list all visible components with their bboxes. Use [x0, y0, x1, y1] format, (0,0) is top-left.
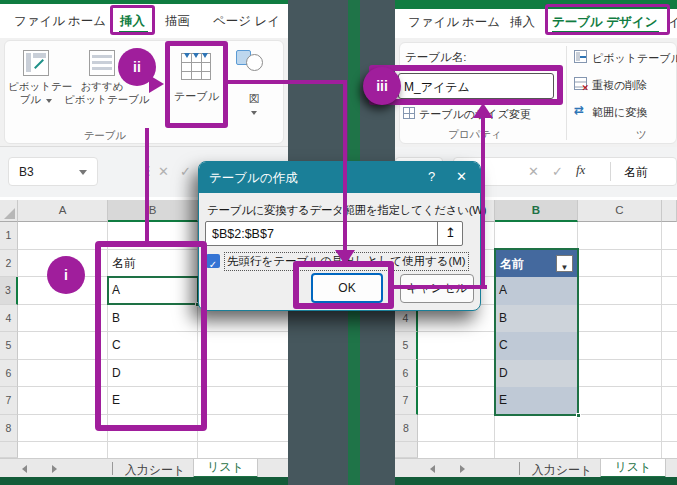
resize-table-label: テーブルのサイズ変更 [419, 107, 531, 122]
confirm-entry-icon[interactable]: ✓ [180, 164, 191, 179]
row-header-6[interactable]: 6 [0, 360, 18, 388]
formula-bar-separator [610, 162, 611, 181]
pivot-label-line1: ピボットテー [8, 80, 72, 92]
dialog-close-icon[interactable]: ✕ [456, 169, 467, 184]
dialog-help-icon[interactable]: ? [428, 169, 435, 184]
tab-file[interactable]: ファイル [408, 14, 459, 31]
column-header-b[interactable]: B [108, 200, 198, 222]
circle-shape-icon [246, 54, 263, 71]
table-name-label: テーブル名: [405, 50, 467, 65]
sheet-tab-list[interactable]: リスト [193, 459, 258, 478]
row-header-7[interactable]: 7 [0, 387, 18, 415]
pivot-table-icon [23, 50, 49, 76]
cell-b4[interactable]: B [108, 305, 198, 333]
recommended-label-line1: おすすめ [81, 80, 124, 92]
shapes-button[interactable]: 図 [232, 44, 276, 122]
range-picker-button[interactable]: ↥ [437, 222, 463, 245]
dialog-titlebar[interactable]: テーブルの作成 ? ✕ [199, 162, 480, 193]
left-sheet-tab-bar: 入力シート リスト [0, 458, 288, 477]
row-header-5[interactable]: 5 [395, 332, 418, 360]
column-header-d-partial[interactable] [662, 200, 677, 222]
fill-handle[interactable] [576, 413, 581, 418]
convert-to-range-icon: ⇄ [574, 103, 584, 117]
tab-file[interactable]: ファイル [14, 13, 65, 30]
resize-table-icon [403, 107, 415, 119]
chevron-down-icon [46, 99, 52, 103]
cell-b5[interactable]: C [108, 332, 198, 360]
formula-options-icon[interactable]: ⋮ [142, 163, 155, 178]
table-name-input[interactable]: M_アイテム [398, 73, 554, 99]
row-header-8[interactable]: 8 [0, 415, 18, 443]
sheet-nav-left-icon[interactable] [22, 465, 27, 473]
table-selection-border [494, 248, 579, 416]
tab-insert[interactable]: 挿入 [510, 14, 535, 31]
table-name-value: M_アイテム [404, 79, 470, 96]
cell-b6[interactable]: D [108, 360, 198, 388]
name-box[interactable]: B3 [8, 157, 98, 186]
row-header-2[interactable]: 2 [0, 250, 18, 278]
row-header-7[interactable]: 7 [395, 387, 418, 415]
sheet-tab-separator [519, 462, 520, 475]
dialog-instruction: テーブルに変換するデータ範囲を指定してください(W) [207, 203, 486, 218]
tools-group-label-partial: ツ [636, 128, 647, 142]
tab-insert[interactable]: 挿入 [120, 13, 145, 30]
row-header-6[interactable]: 6 [395, 360, 418, 388]
sheet-tab-list[interactable]: リスト [600, 459, 666, 478]
fx-icon[interactable]: fx [576, 162, 585, 178]
table-button-label: テーブル [166, 90, 227, 103]
table-icon [181, 53, 211, 80]
cancel-entry-icon[interactable]: ✕ [158, 164, 169, 179]
tab-table-design[interactable]: テーブル デザイン [552, 14, 658, 31]
properties-group-label: プロパティ [425, 128, 525, 142]
select-all-triangle-icon [4, 208, 15, 219]
remove-duplicates-button[interactable]: ✕ 重複の削除 [574, 75, 677, 95]
pivot-table-button[interactable]: ピボットテー ブル [8, 44, 64, 122]
insert-table-button[interactable]: テーブル [166, 43, 227, 127]
gridline [661, 222, 662, 458]
chevron-down-icon [251, 111, 257, 115]
active-cell-border [107, 276, 199, 305]
sheet-nav-right-icon[interactable] [52, 465, 57, 473]
row-header-3[interactable]: 3 [0, 277, 18, 305]
column-header-c[interactable]: C [578, 200, 662, 222]
sheet-tab-separator [112, 462, 113, 475]
row-header-4[interactable]: 4 [0, 305, 18, 333]
row-header-1[interactable]: 1 [0, 222, 18, 250]
pivot-tool-button[interactable]: ピボットテーブル [574, 48, 677, 68]
tab-home[interactable]: ホーム [462, 14, 500, 31]
cell-b7[interactable]: E [108, 387, 198, 415]
select-all-corner[interactable] [0, 200, 18, 222]
formula-bar-value: 名前 [624, 164, 648, 181]
row-header-partial[interactable] [0, 442, 18, 458]
row-header-partial[interactable] [395, 442, 418, 458]
pivot-label-line2: ブル [20, 93, 42, 105]
confirm-entry-icon[interactable]: ✓ [552, 164, 563, 179]
checkbox-check-icon: ✓ [209, 259, 217, 270]
chevron-down-icon[interactable] [79, 170, 87, 175]
recommended-pivot-button[interactable]: おすすめ ピボットテーブル [64, 44, 140, 122]
tab-partial[interactable]: イ [668, 14, 677, 31]
screenshot-root: ファイル ホーム 挿入 描画 ページ レイ ピボットテー ブル [0, 0, 677, 485]
ok-button[interactable]: OK [311, 273, 383, 303]
row-header-5[interactable]: 5 [0, 332, 18, 360]
tab-home[interactable]: ホーム [68, 13, 106, 30]
range-input[interactable]: $B$2:$B$7 ↥ [205, 221, 463, 246]
recommended-pivot-icon [89, 50, 115, 76]
checkbox-label[interactable]: 先頭行をテーブルの見出しとして使用する(M) [224, 252, 469, 271]
header-row-checkbox[interactable]: ✓ [206, 254, 220, 268]
sheet-nav-right-icon[interactable] [460, 465, 465, 473]
left-status-bar [0, 477, 288, 485]
column-header-b[interactable]: B [495, 200, 578, 222]
left-ribbon-group-label: テーブル [60, 129, 150, 143]
cancel-entry-icon[interactable]: ✕ [528, 164, 539, 179]
sheet-nav-left-icon[interactable] [430, 465, 435, 473]
convert-to-range-button[interactable]: ⇄ 範囲に変換 [574, 102, 677, 122]
tab-draw[interactable]: 描画 [165, 13, 190, 30]
resize-table-button[interactable]: テーブルのサイズ変更 [401, 105, 556, 123]
dialog-title: テーブルの作成 [209, 170, 298, 187]
cell-b2[interactable]: 名前 [108, 250, 198, 278]
column-header-a[interactable]: A [18, 200, 108, 222]
cancel-button[interactable]: キャンセル [400, 274, 474, 303]
row-header-8[interactable]: 8 [395, 415, 418, 443]
tab-page-layout[interactable]: ページ レイ [213, 13, 280, 30]
